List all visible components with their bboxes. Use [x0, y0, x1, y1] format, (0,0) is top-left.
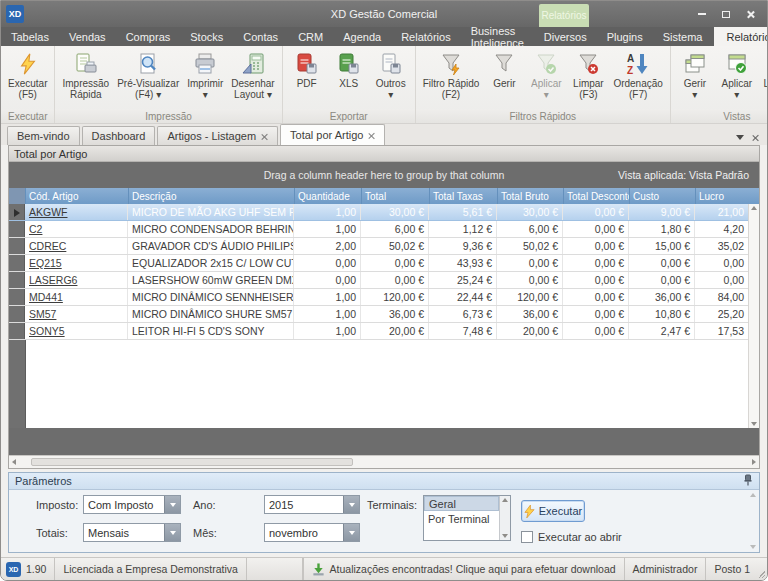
grid-vertical-scrollbar[interactable]: [748, 204, 759, 428]
tab-bem-vindo[interactable]: Bem-vindo: [7, 126, 80, 145]
header-total-descontos[interactable]: Total Descontos: [564, 188, 630, 204]
tab-dashboard[interactable]: Dashboard: [82, 126, 156, 145]
minimize-button[interactable]: [693, 7, 711, 21]
hscroll-thumb[interactable]: [31, 458, 353, 466]
maximize-button[interactable]: [717, 7, 735, 21]
imprimir-button[interactable]: Imprimir▾: [183, 49, 227, 102]
menu-item-plugins[interactable]: Plugins: [597, 27, 653, 46]
table-row[interactable]: EQ215 EQUALIZADOR 2x15 C/ LOW CUT 0,00 0…: [9, 255, 748, 272]
header-descricao[interactable]: Descrição: [129, 188, 295, 204]
row-selector-cell[interactable]: [9, 272, 25, 288]
menu-item-diversos[interactable]: Diversos: [534, 27, 597, 46]
artigo-code-link[interactable]: CDREC: [25, 238, 128, 254]
tab-artigos-listagem[interactable]: Artigos - Listagem: [157, 126, 278, 145]
tab-close-icon[interactable]: [368, 132, 375, 139]
scroll-up-icon[interactable]: [502, 498, 508, 502]
terminais-option[interactable]: Geral: [424, 496, 499, 511]
menu-item-tabelas[interactable]: Tabelas: [1, 27, 59, 46]
export-outros-button[interactable]: Outros▾: [370, 49, 412, 102]
scroll-down-icon[interactable]: [751, 422, 757, 426]
header-total-bruto[interactable]: Total Bruto: [498, 188, 564, 204]
resize-grip[interactable]: [758, 558, 767, 580]
scroll-down-icon[interactable]: [750, 545, 756, 549]
artigo-code-link[interactable]: MD441: [25, 289, 128, 305]
listbox-scrollbar[interactable]: [499, 496, 510, 540]
header-quantidade[interactable]: Quantidade: [295, 188, 362, 204]
menu-item-compras[interactable]: Compras: [116, 27, 181, 46]
desenhar-layout-button[interactable]: DesenharLayout ▾: [227, 49, 278, 102]
pin-icon[interactable]: [743, 474, 753, 488]
tab-relatorio[interactable]: Relatório: [714, 27, 768, 46]
table-row[interactable]: SM57 MICRO DINÂMICO SHURE SM57 1,00 36,0…: [9, 306, 748, 323]
scroll-left-icon[interactable]: [12, 459, 16, 465]
contextual-tab-relatorios[interactable]: Relatórios: [539, 4, 589, 27]
menu-item-contas[interactable]: Contas: [233, 27, 288, 46]
menu-item-sistema[interactable]: Sistema: [653, 27, 713, 46]
menu-item-business-inteligence[interactable]: Business Inteligence: [461, 27, 534, 46]
dropdown-arrow-icon[interactable]: [164, 496, 180, 513]
update-notification[interactable]: Atualizações encontradas! Clique aqui pa…: [304, 558, 625, 580]
pre-visualizar-button[interactable]: Pré-Visualizar(F4) ▾: [113, 49, 183, 102]
header-custo[interactable]: Custo: [630, 188, 696, 204]
scroll-down-icon[interactable]: [502, 534, 508, 538]
menu-item-agenda[interactable]: Agenda: [333, 27, 391, 46]
executar-button[interactable]: Executar: [521, 500, 585, 522]
row-selector-cell[interactable]: [9, 255, 25, 271]
header-lucro[interactable]: Lucro: [696, 188, 759, 204]
tab-list-dropdown-icon[interactable]: [736, 135, 744, 140]
limpar-vista-button[interactable]: Limpar: [758, 49, 768, 91]
limpar-filtro-button[interactable]: Limpar(F3): [567, 49, 609, 102]
dropdown-arrow-icon[interactable]: [343, 496, 359, 513]
export-xls-button[interactable]: XLS: [328, 49, 370, 91]
aplicar-vista-button[interactable]: Aplicar▾: [716, 49, 758, 102]
executar-ao-abrir-checkbox[interactable]: [521, 531, 533, 543]
header-cod-artigo[interactable]: Cód. Artigo: [26, 188, 129, 204]
table-row[interactable]: MD441 MICRO DINÂMICO SENNHEISER MD441 1,…: [9, 289, 748, 306]
scroll-up-icon[interactable]: [751, 206, 757, 210]
row-selector-cell[interactable]: [9, 204, 25, 220]
row-selector-cell[interactable]: [9, 289, 25, 305]
menu-item-stocks[interactable]: Stocks: [180, 27, 233, 46]
row-selector-cell[interactable]: [9, 306, 25, 322]
grid-horizontal-scrollbar[interactable]: [9, 455, 759, 468]
terminais-option[interactable]: Por Terminal: [424, 511, 499, 526]
group-by-bar[interactable]: Drag a column header here to group by th…: [9, 162, 759, 188]
artigo-code-link[interactable]: AKGWF: [25, 204, 128, 220]
tab-close-icon[interactable]: [261, 133, 268, 140]
filtro-rapido-button[interactable]: Filtro Rápido(F2): [419, 49, 484, 102]
menu-item-vendas[interactable]: Vendas: [59, 27, 116, 46]
terminais-listbox[interactable]: GeralPor Terminal: [423, 495, 511, 541]
executar-f5-button[interactable]: Executar(F5): [4, 49, 51, 102]
ano-select[interactable]: 2015: [264, 495, 360, 514]
menu-item-relatórios[interactable]: Relatórios: [391, 27, 461, 46]
params-scrollbar[interactable]: [748, 493, 757, 549]
artigo-code-link[interactable]: EQ215: [25, 255, 128, 271]
row-selector-cell[interactable]: [9, 238, 25, 254]
imposto-select[interactable]: Com Imposto: [83, 495, 181, 514]
scroll-up-icon[interactable]: [750, 493, 756, 497]
impressao-rapida-button[interactable]: ImpressãoRápida: [58, 49, 113, 102]
aplicar-filtro-button[interactable]: Aplicar▾: [525, 49, 567, 102]
ordenacao-button[interactable]: AZ Ordenação(F7): [609, 49, 666, 102]
table-row[interactable]: AKGWF MICRO DE MÃO AKG UHF SEM FIO 1,00 …: [9, 204, 748, 221]
totais-select[interactable]: Mensais: [83, 523, 181, 542]
artigo-code-link[interactable]: SM57: [25, 306, 128, 322]
table-row[interactable]: LASERG6 LASERSHOW 60mW GREEN DMX/SOUND A…: [9, 272, 748, 289]
artigo-code-link[interactable]: C2: [25, 221, 128, 237]
row-selector-cell[interactable]: [9, 323, 25, 339]
mes-select[interactable]: novembro: [264, 523, 360, 542]
close-button[interactable]: [741, 7, 759, 21]
gerir-filtros-button[interactable]: Gerir: [483, 49, 525, 91]
row-selector-cell[interactable]: [9, 221, 25, 237]
artigo-code-link[interactable]: SONY5: [25, 323, 128, 339]
header-total[interactable]: Total: [362, 188, 430, 204]
dropdown-arrow-icon[interactable]: [164, 524, 180, 541]
export-pdf-button[interactable]: PDF: [286, 49, 328, 91]
artigo-code-link[interactable]: LASERG6: [25, 272, 128, 288]
table-row[interactable]: SONY5 LEITOR HI-FI 5 CD'S SONY 1,00 20,0…: [9, 323, 748, 340]
tab-total-por-artigo[interactable]: Total por Artigo: [280, 124, 385, 145]
tabstrip-close-icon[interactable]: [752, 134, 759, 141]
table-row[interactable]: CDREC GRAVADOR CD'S ÁUDIO PHILIPS 2,00 5…: [9, 238, 748, 255]
header-total-taxas[interactable]: Total Taxas: [430, 188, 498, 204]
dropdown-arrow-icon[interactable]: [343, 524, 359, 541]
